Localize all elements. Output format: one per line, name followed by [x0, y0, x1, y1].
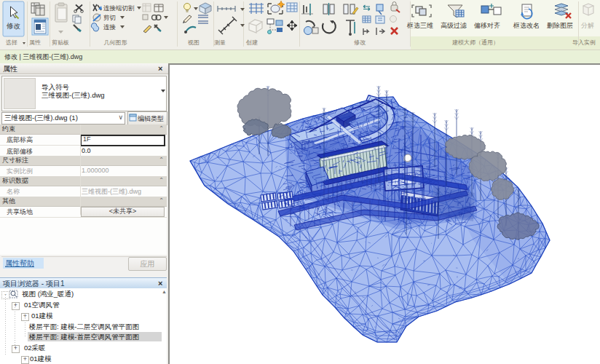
svg-text:框选三维: 框选三维: [406, 22, 433, 29]
svg-text:删除图层: 删除图层: [547, 22, 573, 29]
svg-text:连接端切割: 连接端切割: [103, 4, 135, 12]
svg-text:高级过滤: 高级过滤: [441, 22, 467, 29]
svg-text:分解: 分解: [581, 22, 594, 29]
svg-text:连接: 连接: [103, 23, 117, 31]
svg-text:修改: 修改: [6, 22, 21, 30]
svg-text:剪切: 剪切: [103, 14, 116, 21]
svg-text:偏移对齐: 偏移对齐: [473, 22, 500, 29]
svg-text:框选改名: 框选改名: [513, 22, 540, 29]
